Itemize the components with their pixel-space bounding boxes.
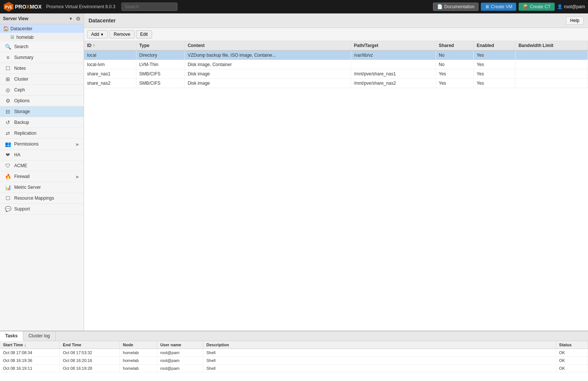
- nav-item-support[interactable]: 💬 Support: [0, 204, 84, 215]
- nav-item-ceph[interactable]: ◎ Ceph: [0, 85, 84, 96]
- col-shared[interactable]: Shared: [436, 41, 473, 50]
- backup-nav-icon: ↺: [4, 119, 11, 125]
- topbar: PVE PROXMOX Proxmox Virtual Environment …: [0, 0, 588, 13]
- log-cell-end-time: Oct 08 16:19:28: [60, 365, 120, 372]
- nav-item-search[interactable]: 🔍 Search: [0, 41, 84, 52]
- bottom-tab-cluster-log[interactable]: Cluster log: [23, 331, 55, 341]
- cell-id: local-lvm: [84, 60, 136, 69]
- permissions-nav-icon: 👥: [4, 141, 11, 147]
- cell-content: VZDump backup file, ISO image, Containe.…: [185, 50, 351, 60]
- ceph-nav-icon: ◎: [4, 87, 11, 93]
- tree-item-datacenter[interactable]: 🏠 Datacenter: [0, 24, 84, 33]
- nav-item-ha[interactable]: ❤ HA: [0, 150, 84, 160]
- col-content[interactable]: Content: [185, 41, 351, 50]
- documentation-button[interactable]: 📄 Documentation: [433, 3, 479, 11]
- cell-type: Directory: [136, 50, 185, 60]
- table-row[interactable]: share_nas1SMB/CIFSDisk image/mnt/pve/sha…: [84, 69, 588, 79]
- log-col-node[interactable]: Node: [120, 341, 157, 349]
- proxmox-logo-icon: PVE: [3, 1, 14, 12]
- log-header-row: Start Time ↓End TimeNodeUser nameDescrip…: [0, 341, 588, 349]
- log-col-status[interactable]: Status: [556, 341, 588, 349]
- cell-path: /mnt/pve/share_nas1: [351, 69, 436, 79]
- log-cell-description: Shell: [203, 349, 556, 357]
- firewall-nav-icon: 🔥: [4, 174, 11, 179]
- log-row[interactable]: Oct 08 16:19:36Oct 08 16:20:16homelabroo…: [0, 357, 588, 365]
- nav-item-cluster[interactable]: ⊞ Cluster: [0, 74, 84, 85]
- log-row[interactable]: Oct 08 16:19:11Oct 08 16:19:28homelabroo…: [0, 365, 588, 372]
- col-type[interactable]: Type: [136, 41, 185, 50]
- nav-item-firewall[interactable]: 🔥 Firewall ▶: [0, 171, 84, 182]
- log-cell-start-time: Oct 08 16:19:36: [0, 357, 60, 365]
- log-cell-node: homelab: [120, 349, 157, 357]
- replication-nav-label: Replication: [14, 131, 36, 136]
- log-cell-end-time: Oct 08 17:53:32: [60, 349, 120, 357]
- cell-bandwidth: [515, 69, 588, 79]
- remove-button[interactable]: Remove: [109, 30, 134, 38]
- storage-table: ID ↑TypeContentPath/TargetSharedEnabledB…: [84, 41, 588, 331]
- add-dropdown-icon: ▼: [100, 32, 104, 37]
- table-header-row: ID ↑TypeContentPath/TargetSharedEnabledB…: [84, 41, 588, 50]
- nav-item-options[interactable]: ⚙ Options: [0, 96, 84, 106]
- search-nav-icon: 🔍: [4, 44, 11, 50]
- create-ct-button[interactable]: 📦 Create CT: [519, 3, 554, 11]
- ha-nav-icon: ❤: [4, 152, 11, 158]
- sidebar-gear-icon[interactable]: ⚙: [76, 16, 81, 22]
- col-bandwidth[interactable]: Bandwidth Limit: [515, 41, 588, 50]
- user-icon: 👤: [557, 4, 563, 9]
- log-cell-end-time: Oct 08 16:20:16: [60, 357, 120, 365]
- nav-item-storage[interactable]: ⊟ Storage: [0, 106, 84, 117]
- log-col-description[interactable]: Description: [203, 341, 556, 349]
- notes-nav-label: Notes: [14, 66, 26, 71]
- help-button[interactable]: Help: [566, 16, 584, 25]
- create-vm-button[interactable]: 🖥 Create VM: [481, 3, 516, 11]
- datacenter-label: Datacenter: [10, 26, 33, 31]
- doc-icon: 📄: [437, 4, 443, 9]
- cell-type: LVM-Thin: [136, 60, 185, 69]
- log-col-user[interactable]: User name: [157, 341, 203, 349]
- add-button[interactable]: Add ▼: [87, 30, 108, 38]
- log-col-start-time[interactable]: Start Time ↓: [0, 341, 60, 349]
- sidebar-dropdown-icon[interactable]: ▼: [69, 16, 73, 21]
- tree-view: 🏠 Datacenter 🖥 homelab: [0, 24, 84, 41]
- table-header: ID ↑TypeContentPath/TargetSharedEnabledB…: [84, 41, 588, 50]
- nav-item-summary[interactable]: ≡ Summary: [0, 52, 84, 63]
- col-path[interactable]: Path/Target: [351, 41, 436, 50]
- cell-shared: No: [436, 50, 473, 60]
- log-cell-user: root@pam: [157, 365, 203, 372]
- permissions-nav-label: Permissions: [14, 141, 38, 147]
- user-menu[interactable]: 👤 root@pam: [557, 4, 585, 9]
- nav-item-backup[interactable]: ↺ Backup: [0, 117, 84, 128]
- bottom-tab-tasks[interactable]: Tasks: [0, 331, 23, 341]
- col-id[interactable]: ID ↑: [84, 41, 136, 50]
- tree-item-homelab[interactable]: 🖥 homelab: [0, 33, 84, 41]
- nav-item-metric-server[interactable]: 📊 Metric Server: [0, 182, 84, 193]
- options-nav-icon: ⚙: [4, 98, 11, 104]
- bottom-panel: TasksCluster log Start Time ↓End TimeNod…: [0, 331, 588, 381]
- table-row[interactable]: localDirectoryVZDump backup file, ISO im…: [84, 50, 588, 60]
- resource-mappings-nav-icon: ☐: [4, 195, 11, 201]
- permissions-arrow-icon: ▶: [76, 142, 79, 146]
- cell-bandwidth: [515, 50, 588, 60]
- log-col-end-time[interactable]: End Time: [60, 341, 120, 349]
- nav-item-acme[interactable]: 🛡 ACME: [0, 160, 84, 171]
- sidebar: Server View ▼ ⚙ 🏠 Datacenter 🖥 homelab 🔍…: [0, 13, 84, 331]
- nav-item-replication[interactable]: ⇄ Replication: [0, 128, 84, 139]
- log-row[interactable]: Oct 08 17:08:34Oct 08 17:53:32homelabroo…: [0, 349, 588, 357]
- cluster-nav-label: Cluster: [14, 76, 28, 82]
- nav-menu: 🔍 Search ≡ Summary ☐ Notes ⊞ Cluster ◎ C…: [0, 41, 84, 331]
- table-body: localDirectoryVZDump backup file, ISO im…: [84, 50, 588, 88]
- ha-nav-label: HA: [14, 152, 21, 157]
- table-row[interactable]: local-lvmLVM-ThinDisk image, ContainerNo…: [84, 60, 588, 69]
- topbar-search-input[interactable]: [121, 3, 177, 11]
- table-row[interactable]: share_nas2SMB/CIFSDisk image/mnt/pve/sha…: [84, 79, 588, 88]
- summary-nav-label: Summary: [14, 55, 33, 60]
- cell-type: SMB/CIFS: [136, 79, 185, 88]
- sidebar-header: Server View ▼ ⚙: [0, 13, 84, 24]
- nav-item-resource-mappings[interactable]: ☐ Resource Mappings: [0, 193, 84, 204]
- cell-enabled: Yes: [473, 79, 515, 88]
- cell-id: share_nas2: [84, 79, 136, 88]
- col-enabled[interactable]: Enabled: [473, 41, 515, 50]
- nav-item-notes[interactable]: ☐ Notes: [0, 63, 84, 74]
- edit-button[interactable]: Edit: [136, 30, 152, 38]
- nav-item-permissions[interactable]: 👥 Permissions ▶: [0, 139, 84, 150]
